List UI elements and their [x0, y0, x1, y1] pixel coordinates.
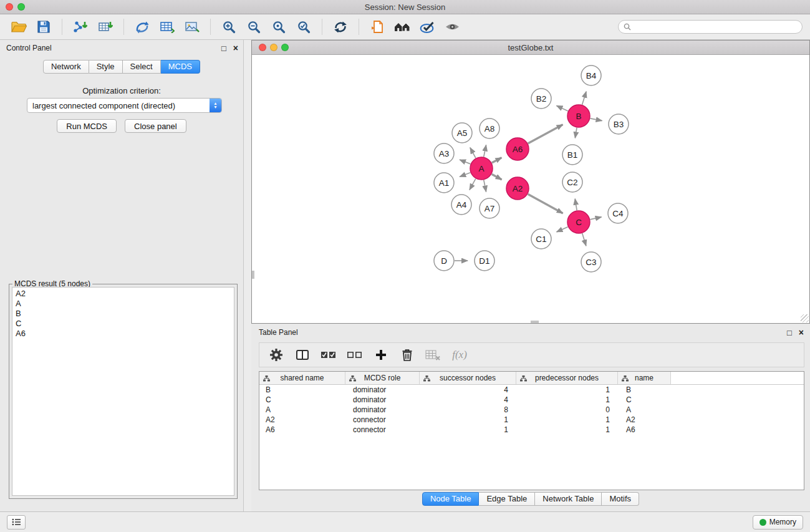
tab-style[interactable]: Style [89, 60, 123, 74]
graph-node-A8[interactable]: A8 [480, 118, 499, 138]
zoom-fit-button[interactable] [268, 17, 290, 37]
graph-edge-A6-B[interactable] [528, 125, 563, 143]
graph-node-A2[interactable]: A2 [506, 177, 529, 200]
show-hide-button[interactable] [441, 17, 463, 37]
tab-network-table[interactable]: Network Table [535, 492, 602, 506]
column-header-name[interactable]: name [618, 372, 671, 384]
graph-node-C3[interactable]: C3 [581, 252, 601, 272]
graph-node-B1[interactable]: B1 [562, 145, 582, 165]
graph-node-C2[interactable]: C2 [562, 172, 582, 192]
column-header-shared-name[interactable]: shared name [259, 372, 345, 384]
graph-edge-C-C3[interactable] [582, 233, 586, 246]
import-network-button[interactable] [69, 17, 92, 37]
graph-node-A4[interactable]: A4 [451, 195, 471, 215]
column-header-mcds-role[interactable]: MCDS role [345, 372, 420, 384]
graph-edge-C-C4[interactable] [591, 217, 602, 220]
table-settings-button[interactable] [266, 345, 287, 365]
export-network-button[interactable] [131, 17, 153, 37]
delete-column-button[interactable] [397, 345, 418, 365]
mcds-result-item[interactable]: A2 [12, 289, 234, 299]
table-row[interactable]: Adominator80A [259, 405, 804, 415]
network-canvas[interactable]: B4B2BB3B1A5A8A6A3AA1A4A7A2C2C1CC4C3DD1 [252, 55, 809, 323]
table-row[interactable]: Cdominator41C [259, 395, 804, 405]
mcds-result-item[interactable]: B [12, 309, 234, 319]
float-table-panel-icon[interactable]: □ [787, 328, 792, 337]
graph-node-C[interactable]: C [567, 211, 590, 233]
close-panel-button[interactable]: Close panel [125, 119, 186, 133]
table-row[interactable]: A2connector11A2 [259, 415, 804, 425]
save-session-button[interactable] [32, 17, 55, 37]
float-panel-icon[interactable]: □ [221, 44, 226, 53]
graph-edge-C-C1[interactable] [557, 227, 568, 232]
close-table-panel-icon[interactable]: × [799, 328, 804, 337]
graph-edge-A-A6[interactable] [492, 158, 502, 163]
graph-node-B3[interactable]: B3 [609, 114, 629, 134]
graph-edge-A-A8[interactable] [484, 145, 486, 157]
network-close-icon[interactable] [259, 44, 266, 51]
graph-node-A3[interactable]: A3 [434, 143, 454, 163]
column-header-successor-nodes[interactable]: successor nodes [420, 372, 516, 384]
tab-edge-table[interactable]: Edge Table [479, 492, 535, 506]
tab-motifs[interactable]: Motifs [602, 492, 639, 506]
task-history-button[interactable] [7, 515, 26, 530]
tab-select[interactable]: Select [123, 60, 161, 74]
zoom-selected-button[interactable] [292, 17, 315, 37]
function-builder-button[interactable]: f(x) [449, 345, 470, 365]
mcds-result-item[interactable]: C [12, 319, 234, 329]
graph-edge-A-A2[interactable] [492, 174, 502, 180]
graph-edge-A2-C[interactable] [528, 194, 563, 213]
graph-node-A1[interactable]: A1 [434, 173, 454, 193]
toolbar-search[interactable] [618, 20, 803, 34]
create-column-button[interactable] [370, 345, 392, 365]
export-image-button[interactable] [181, 17, 203, 37]
open-network-file-button[interactable] [366, 17, 388, 37]
search-input[interactable] [634, 22, 797, 32]
graph-edge-B-B3[interactable] [591, 118, 602, 121]
graph-edge-A-A3[interactable] [460, 160, 470, 164]
graph-node-D1[interactable]: D1 [475, 251, 494, 271]
graph-node-A[interactable]: A [470, 157, 493, 180]
close-panel-icon[interactable]: × [233, 44, 238, 53]
criterion-dropdown[interactable]: largest connected component (directed) ▲… [27, 98, 222, 113]
tab-network[interactable]: Network [43, 60, 89, 74]
annotation-check-button[interactable] [416, 17, 438, 37]
graph-edge-A-A4[interactable] [470, 179, 476, 190]
graph-node-D[interactable]: D [434, 251, 454, 271]
apply-layout-button[interactable] [329, 17, 352, 37]
graph-edge-C-C2[interactable] [575, 199, 577, 211]
close-window-icon[interactable] [6, 3, 13, 11]
memory-button[interactable]: Memory [753, 515, 803, 530]
graph-edge-B-B1[interactable] [575, 128, 577, 138]
column-header-predecessor-nodes[interactable]: predecessor nodes [516, 372, 618, 384]
network-zoom-icon[interactable] [281, 44, 289, 51]
run-mcds-button[interactable]: Run MCDS [57, 119, 117, 133]
deselect-all-columns-button[interactable] [344, 345, 365, 365]
graph-node-B4[interactable]: B4 [581, 65, 601, 85]
graph-edge-B-B2[interactable] [557, 105, 568, 111]
network-minimize-icon[interactable] [270, 44, 277, 51]
export-table-button[interactable] [156, 17, 178, 37]
tab-mcds[interactable]: MCDS [161, 60, 200, 74]
select-all-columns-button[interactable] [318, 345, 339, 365]
graph-node-A6[interactable]: A6 [506, 138, 529, 160]
graph-node-C4[interactable]: C4 [608, 203, 628, 223]
graph-edge-A-A1[interactable] [460, 173, 470, 177]
zoom-window-icon[interactable] [17, 3, 25, 11]
graph-node-A7[interactable]: A7 [480, 198, 499, 218]
graph-edge-B-B4[interactable] [582, 92, 587, 105]
zoom-out-button[interactable] [243, 17, 265, 37]
mcds-result-item[interactable]: A [12, 299, 234, 309]
mcds-result-list[interactable]: A2ABCA6 [12, 287, 234, 496]
network-canvas-svg[interactable]: B4B2BB3B1A5A8A6A3AA1A4A7A2C2C1CC4C3DD1 [252, 55, 809, 323]
import-table-button[interactable] [94, 17, 117, 37]
graph-node-B[interactable]: B [567, 105, 590, 127]
table-row[interactable]: A6connector11A6 [259, 425, 804, 435]
resize-handle[interactable] [801, 314, 809, 322]
table-row[interactable]: Bdominator41B [259, 385, 804, 395]
graph-edge-A-A5[interactable] [470, 148, 476, 158]
mcds-result-item[interactable]: A6 [12, 329, 234, 339]
home-panels-button[interactable] [391, 17, 413, 37]
zoom-in-button[interactable] [218, 17, 240, 37]
graph-edge-A-A7[interactable] [484, 180, 486, 192]
show-columns-button[interactable] [292, 345, 313, 365]
